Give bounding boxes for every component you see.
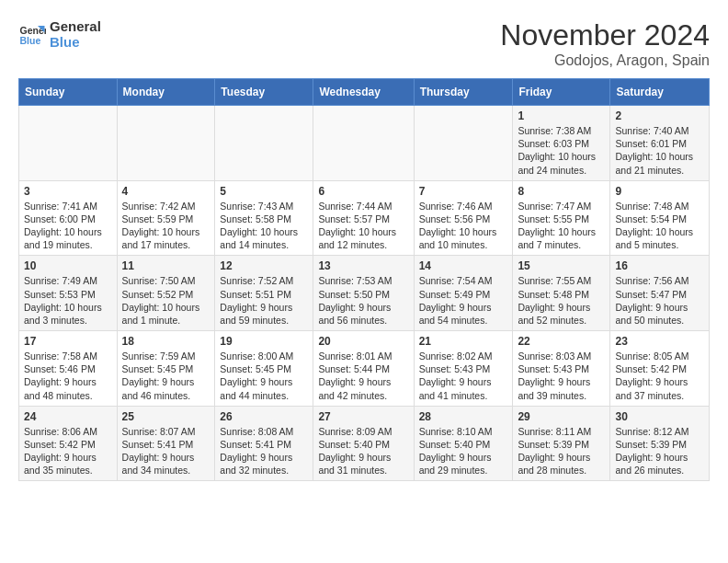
day-info: Sunrise: 7:42 AMSunset: 5:59 PMDaylight:… xyxy=(122,200,210,252)
calendar-week-1: 1Sunrise: 7:38 AMSunset: 6:03 PMDaylight… xyxy=(19,106,710,181)
day-info: Sunrise: 7:48 AMSunset: 5:54 PMDaylight:… xyxy=(615,200,704,252)
title-block: November 2024 Godojos, Aragon, Spain xyxy=(500,18,710,69)
calendar-cell: 9Sunrise: 7:48 AMSunset: 5:54 PMDaylight… xyxy=(610,180,710,256)
day-number: 28 xyxy=(419,410,508,423)
calendar-cell: 27Sunrise: 8:09 AMSunset: 5:40 PMDayligh… xyxy=(313,406,414,481)
calendar-cell xyxy=(215,106,313,181)
day-info: Sunrise: 8:00 AMSunset: 5:45 PMDaylight:… xyxy=(220,350,308,402)
calendar-cell xyxy=(414,106,513,181)
calendar-cell: 17Sunrise: 7:58 AMSunset: 5:46 PMDayligh… xyxy=(19,331,118,407)
logo-line1: General xyxy=(50,18,101,34)
day-number: 2 xyxy=(615,109,704,122)
day-info: Sunrise: 7:46 AMSunset: 5:56 PMDaylight:… xyxy=(419,200,508,252)
calendar-cell: 4Sunrise: 7:42 AMSunset: 5:59 PMDaylight… xyxy=(117,180,215,256)
logo-line2: Blue xyxy=(50,34,101,50)
day-info: Sunrise: 8:10 AMSunset: 5:40 PMDaylight:… xyxy=(419,425,508,477)
header-tuesday: Tuesday xyxy=(215,79,313,106)
calendar-cell: 11Sunrise: 7:50 AMSunset: 5:52 PMDayligh… xyxy=(117,256,215,331)
calendar-cell: 18Sunrise: 7:59 AMSunset: 5:45 PMDayligh… xyxy=(117,331,215,407)
header-thursday: Thursday xyxy=(414,79,513,106)
day-info: Sunrise: 7:55 AMSunset: 5:48 PMDaylight:… xyxy=(518,274,605,327)
day-info: Sunrise: 7:49 AMSunset: 5:53 PMDaylight:… xyxy=(24,274,112,327)
day-info: Sunrise: 8:03 AMSunset: 5:43 PMDaylight:… xyxy=(518,350,605,402)
day-number: 21 xyxy=(419,335,508,348)
day-number: 22 xyxy=(518,335,605,348)
calendar-cell: 5Sunrise: 7:43 AMSunset: 5:58 PMDaylight… xyxy=(215,180,313,256)
calendar-cell: 8Sunrise: 7:47 AMSunset: 5:55 PMDaylight… xyxy=(513,180,610,256)
calendar-subtitle: Godojos, Aragon, Spain xyxy=(500,52,710,69)
calendar-cell: 10Sunrise: 7:49 AMSunset: 5:53 PMDayligh… xyxy=(19,256,118,331)
calendar-cell: 19Sunrise: 8:00 AMSunset: 5:45 PMDayligh… xyxy=(215,331,313,407)
day-info: Sunrise: 7:52 AMSunset: 5:51 PMDaylight:… xyxy=(220,274,308,327)
header-monday: Monday xyxy=(117,79,215,106)
calendar-cell: 7Sunrise: 7:46 AMSunset: 5:56 PMDaylight… xyxy=(414,180,513,256)
day-number: 23 xyxy=(615,335,704,348)
day-info: Sunrise: 7:43 AMSunset: 5:58 PMDaylight:… xyxy=(220,200,308,252)
day-number: 30 xyxy=(615,410,704,423)
day-number: 20 xyxy=(318,335,408,348)
day-info: Sunrise: 7:56 AMSunset: 5:47 PMDaylight:… xyxy=(615,274,704,327)
day-number: 26 xyxy=(220,410,308,423)
day-info: Sunrise: 7:47 AMSunset: 5:55 PMDaylight:… xyxy=(518,200,605,252)
calendar-body: 1Sunrise: 7:38 AMSunset: 6:03 PMDaylight… xyxy=(19,106,710,481)
day-number: 10 xyxy=(24,259,112,272)
calendar-header: Sunday Monday Tuesday Wednesday Thursday… xyxy=(19,79,710,106)
logo: General Blue General Blue xyxy=(18,18,101,50)
day-number: 25 xyxy=(122,410,210,423)
header-row: Sunday Monday Tuesday Wednesday Thursday… xyxy=(19,79,710,106)
day-info: Sunrise: 8:08 AMSunset: 5:41 PMDaylight:… xyxy=(220,425,308,477)
day-info: Sunrise: 7:38 AMSunset: 6:03 PMDaylight:… xyxy=(518,124,605,177)
calendar-cell: 20Sunrise: 8:01 AMSunset: 5:44 PMDayligh… xyxy=(313,331,414,407)
calendar-cell: 13Sunrise: 7:53 AMSunset: 5:50 PMDayligh… xyxy=(313,256,414,331)
day-number: 4 xyxy=(122,185,210,198)
day-info: Sunrise: 7:50 AMSunset: 5:52 PMDaylight:… xyxy=(122,274,210,327)
calendar-week-5: 24Sunrise: 8:06 AMSunset: 5:42 PMDayligh… xyxy=(19,406,710,481)
calendar-cell: 3Sunrise: 7:41 AMSunset: 6:00 PMDaylight… xyxy=(19,180,118,256)
day-number: 11 xyxy=(122,259,210,272)
day-number: 5 xyxy=(220,185,308,198)
day-info: Sunrise: 7:59 AMSunset: 5:45 PMDaylight:… xyxy=(122,350,210,402)
day-number: 14 xyxy=(419,259,508,272)
calendar-week-4: 17Sunrise: 7:58 AMSunset: 5:46 PMDayligh… xyxy=(19,331,710,407)
day-number: 16 xyxy=(615,259,704,272)
calendar-cell: 29Sunrise: 8:11 AMSunset: 5:39 PMDayligh… xyxy=(513,406,610,481)
day-number: 24 xyxy=(24,410,112,423)
day-info: Sunrise: 8:12 AMSunset: 5:39 PMDaylight:… xyxy=(615,425,704,477)
day-info: Sunrise: 7:54 AMSunset: 5:49 PMDaylight:… xyxy=(419,274,508,327)
calendar-cell: 6Sunrise: 7:44 AMSunset: 5:57 PMDaylight… xyxy=(313,180,414,256)
calendar-cell: 28Sunrise: 8:10 AMSunset: 5:40 PMDayligh… xyxy=(414,406,513,481)
day-number: 9 xyxy=(615,185,704,198)
day-number: 7 xyxy=(419,185,508,198)
calendar-cell: 23Sunrise: 8:05 AMSunset: 5:42 PMDayligh… xyxy=(610,331,710,407)
day-info: Sunrise: 8:11 AMSunset: 5:39 PMDaylight:… xyxy=(518,425,605,477)
svg-text:Blue: Blue xyxy=(20,35,41,46)
calendar-cell: 2Sunrise: 7:40 AMSunset: 6:01 PMDaylight… xyxy=(610,106,710,181)
page-header: General Blue General Blue November 2024 … xyxy=(18,18,710,69)
day-number: 3 xyxy=(24,185,112,198)
calendar-cell: 21Sunrise: 8:02 AMSunset: 5:43 PMDayligh… xyxy=(414,331,513,407)
calendar-table: Sunday Monday Tuesday Wednesday Thursday… xyxy=(18,78,710,481)
header-saturday: Saturday xyxy=(610,79,710,106)
day-number: 29 xyxy=(518,410,605,423)
header-sunday: Sunday xyxy=(19,79,118,106)
day-number: 13 xyxy=(318,259,408,272)
day-number: 6 xyxy=(318,185,408,198)
calendar-cell: 25Sunrise: 8:07 AMSunset: 5:41 PMDayligh… xyxy=(117,406,215,481)
day-info: Sunrise: 8:09 AMSunset: 5:40 PMDaylight:… xyxy=(318,425,408,477)
calendar-cell: 22Sunrise: 8:03 AMSunset: 5:43 PMDayligh… xyxy=(513,331,610,407)
calendar-cell: 30Sunrise: 8:12 AMSunset: 5:39 PMDayligh… xyxy=(610,406,710,481)
calendar-cell: 26Sunrise: 8:08 AMSunset: 5:41 PMDayligh… xyxy=(215,406,313,481)
day-info: Sunrise: 8:07 AMSunset: 5:41 PMDaylight:… xyxy=(122,425,210,477)
calendar-week-3: 10Sunrise: 7:49 AMSunset: 5:53 PMDayligh… xyxy=(19,256,710,331)
day-info: Sunrise: 7:40 AMSunset: 6:01 PMDaylight:… xyxy=(615,124,704,177)
header-friday: Friday xyxy=(513,79,610,106)
calendar-cell xyxy=(117,106,215,181)
day-info: Sunrise: 8:01 AMSunset: 5:44 PMDaylight:… xyxy=(318,350,408,402)
calendar-cell: 16Sunrise: 7:56 AMSunset: 5:47 PMDayligh… xyxy=(610,256,710,331)
day-number: 19 xyxy=(220,335,308,348)
calendar-week-2: 3Sunrise: 7:41 AMSunset: 6:00 PMDaylight… xyxy=(19,180,710,256)
calendar-cell: 24Sunrise: 8:06 AMSunset: 5:42 PMDayligh… xyxy=(19,406,118,481)
day-number: 17 xyxy=(24,335,112,348)
calendar-cell: 14Sunrise: 7:54 AMSunset: 5:49 PMDayligh… xyxy=(414,256,513,331)
day-number: 1 xyxy=(518,109,605,122)
